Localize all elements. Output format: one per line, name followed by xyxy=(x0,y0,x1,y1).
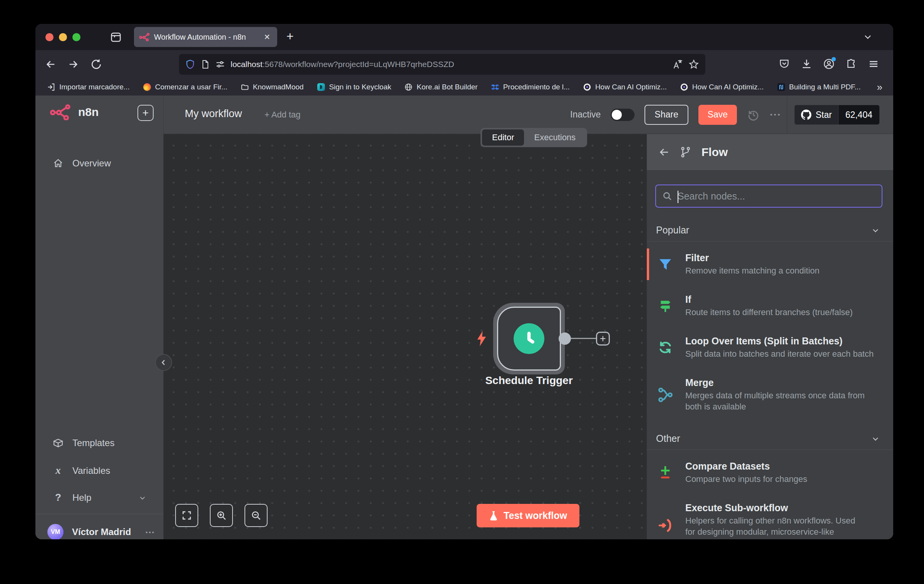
templates-box-icon xyxy=(52,438,64,448)
sidebar-item-variables[interactable]: x Variables xyxy=(52,465,110,477)
tab-editor[interactable]: Editor xyxy=(482,129,524,146)
zoom-in-button[interactable] xyxy=(210,504,233,527)
active-toggle[interactable] xyxy=(611,109,634,121)
flask-icon xyxy=(489,510,498,521)
collapse-sidebar-button[interactable] xyxy=(155,354,172,371)
flow-branch-icon xyxy=(680,146,691,158)
bookmark-item[interactable]: Comenzar a usar Fir... xyxy=(143,83,228,91)
share-button[interactable]: Share xyxy=(644,105,688,125)
test-workflow-label: Test workflow xyxy=(504,510,567,521)
bookmark-item[interactable]: How Can AI Optimiz... xyxy=(680,83,764,91)
pdf-app-icon xyxy=(777,83,785,91)
status-label: Inactive xyxy=(570,109,601,120)
tab-bar: Workflow Automation - n8n ✕ + xyxy=(35,24,893,50)
pocket-icon[interactable] xyxy=(778,58,790,70)
section-other[interactable]: Other xyxy=(656,433,880,444)
browser-tab[interactable]: Workflow Automation - n8n ✕ xyxy=(134,27,277,47)
schedule-trigger-node[interactable] xyxy=(493,303,565,374)
node-item-execute-subworkflow[interactable]: Execute Sub-workflow Helpers for calling… xyxy=(647,498,893,539)
node-item-filter[interactable]: Filter Remove items matching a condition xyxy=(647,248,893,280)
tab-title: Workflow Automation - n8n xyxy=(154,33,258,42)
chevron-down-icon xyxy=(138,493,147,502)
bookmark-star-icon[interactable] xyxy=(688,59,699,70)
url-text[interactable]: localhost:5678/workflow/new?projectId=uL… xyxy=(231,60,667,69)
search-icon xyxy=(662,191,672,201)
sidebar-item-overview[interactable]: Overview xyxy=(52,158,111,169)
workflow-canvas[interactable] xyxy=(164,134,647,539)
tracking-protection-shield-icon[interactable] xyxy=(185,59,195,70)
downloads-icon[interactable] xyxy=(801,58,812,70)
bookmark-item[interactable]: How Can AI Optimiz... xyxy=(583,83,667,91)
node-item-compare-datasets[interactable]: Compare Datasets Compare two inputs for … xyxy=(647,457,893,488)
list-all-tabs-icon[interactable] xyxy=(862,32,873,42)
sidebar: n8n + Overview Templates x Variables ? H… xyxy=(35,96,164,539)
bookmark-item[interactable]: Importar marcadore... xyxy=(47,83,130,91)
node-item-merge[interactable]: Merge Merges data of multiple streams on… xyxy=(647,373,893,416)
back-icon[interactable] xyxy=(658,146,670,158)
test-workflow-button[interactable]: Test workflow xyxy=(477,504,579,527)
extensions-icon[interactable] xyxy=(845,58,857,70)
add-node-plus-button[interactable]: + xyxy=(596,332,610,346)
node-output-handle[interactable] xyxy=(559,332,571,345)
add-workflow-button[interactable]: + xyxy=(137,105,154,121)
sidebar-item-templates[interactable]: Templates xyxy=(52,438,114,448)
translate-icon[interactable] xyxy=(672,59,683,70)
tab-executions[interactable]: Executions xyxy=(524,129,586,146)
github-star-button[interactable]: Star xyxy=(794,105,838,125)
bookmark-item[interactable]: KnowmadMood xyxy=(241,83,304,91)
permissions-icon[interactable] xyxy=(215,60,225,69)
n8n-favicon xyxy=(139,33,149,41)
back-icon[interactable] xyxy=(45,58,57,70)
ai-article-icon xyxy=(680,83,688,91)
section-popular[interactable]: Popular xyxy=(656,225,880,236)
node-search[interactable] xyxy=(655,185,882,208)
panel-title: Flow xyxy=(701,146,728,159)
brand-name: n8n xyxy=(78,106,99,119)
more-options-icon[interactable]: ••• xyxy=(770,111,782,119)
forward-icon[interactable] xyxy=(67,58,79,70)
zoom-out-button[interactable] xyxy=(244,504,268,527)
reload-icon[interactable] xyxy=(90,58,102,70)
search-input[interactable] xyxy=(678,191,875,202)
trigger-bolt-icon xyxy=(476,331,487,347)
github-icon xyxy=(801,109,812,120)
menu-icon[interactable] xyxy=(868,58,879,70)
history-icon[interactable] xyxy=(747,108,760,121)
account-notification-dot xyxy=(832,57,836,61)
minimize-window-button[interactable] xyxy=(59,33,67,41)
chevron-down-icon[interactable] xyxy=(871,434,880,443)
view-tabs: Editor Executions xyxy=(480,128,587,147)
add-tag-button[interactable]: + Add tag xyxy=(264,110,301,120)
bookmark-item[interactable]: Building a Multi PDF... xyxy=(777,83,861,91)
account-icon[interactable] xyxy=(823,58,835,70)
zoom-window-button[interactable] xyxy=(72,33,80,41)
bookmark-item[interactable]: Procedimiento de l... xyxy=(491,83,570,91)
n8n-logo[interactable]: n8n xyxy=(47,104,99,120)
user-options-icon[interactable]: ••• xyxy=(146,529,155,535)
chevron-down-icon[interactable] xyxy=(871,226,880,235)
tab-close-icon[interactable]: ✕ xyxy=(262,32,272,42)
active-item-indicator xyxy=(647,248,649,280)
bookmarks-overflow-icon[interactable]: » xyxy=(877,81,882,93)
section-divider xyxy=(647,450,893,450)
sidebar-item-help[interactable]: ? Help xyxy=(52,492,147,503)
workflow-name[interactable]: My workflow xyxy=(185,108,242,120)
merge-icon xyxy=(657,387,674,403)
page-info-icon[interactable] xyxy=(201,59,210,69)
save-button[interactable]: Save xyxy=(698,105,737,125)
sidebar-toggle-icon[interactable] xyxy=(109,30,122,44)
close-window-button[interactable] xyxy=(45,33,54,41)
new-tab-button[interactable]: + xyxy=(286,29,294,44)
bookmark-item[interactable]: Sign in to Keycloak xyxy=(317,83,392,91)
address-bar[interactable]: localhost:5678/workflow/new?projectId=uL… xyxy=(179,54,705,75)
node-item-loop[interactable]: Loop Over Items (Split in Batches) Split… xyxy=(647,332,893,363)
keycloak-icon xyxy=(317,83,325,91)
fit-view-button[interactable] xyxy=(175,504,198,527)
url-host: localhost xyxy=(231,60,263,69)
nodes-panel-header: Flow xyxy=(647,134,893,171)
bookmark-item[interactable]: Kore.ai Bot Builder xyxy=(404,83,477,91)
github-star-widget[interactable]: Star 62,404 xyxy=(794,105,880,125)
user-menu[interactable]: VM Víctor Madrid ••• xyxy=(47,524,155,539)
node-item-if[interactable]: If Route items to different branches (tr… xyxy=(647,290,893,322)
help-question-icon: ? xyxy=(52,492,64,503)
